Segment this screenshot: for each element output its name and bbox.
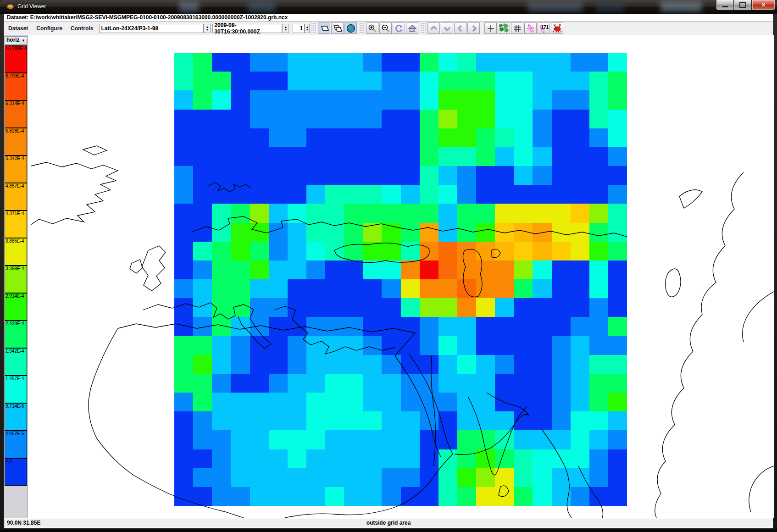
map-data-button[interactable]: date [498, 22, 510, 34]
grid-cell [382, 166, 400, 185]
grid-cell [438, 147, 457, 166]
grid-cell [212, 336, 231, 355]
pan-right-button[interactable] [467, 22, 480, 34]
grid-cell [269, 298, 288, 317]
single-panel-button[interactable] [318, 22, 330, 34]
grid-cell [457, 166, 476, 185]
menu-configure[interactable]: Configure [32, 25, 67, 32]
grid-cell [306, 374, 325, 393]
grid-cell [231, 430, 250, 449]
storm-id-button[interactable]: 171 [538, 22, 550, 34]
grid-cell [401, 298, 420, 317]
grid-cell [608, 242, 627, 260]
level-field[interactable]: 1 [293, 24, 305, 33]
grid-cell [457, 298, 476, 317]
reset-rotation-button[interactable] [393, 22, 405, 34]
grid-cell [571, 53, 589, 72]
grid-cell [438, 374, 457, 393]
grid-cell [533, 260, 551, 279]
grid-cell [514, 336, 533, 355]
coastline-path [31, 162, 118, 225]
grid-cell [363, 298, 382, 317]
grid-cell [476, 72, 495, 90]
grid-cell [325, 487, 344, 506]
grid-cell [457, 110, 476, 128]
multi-panel-button[interactable] [331, 22, 344, 34]
grid-cell [401, 204, 420, 222]
grid-cell [589, 374, 608, 393]
grid-cell [250, 355, 269, 374]
zoom-in-button[interactable] [366, 22, 378, 34]
legend-swatch: 1.942E-4 [5, 349, 27, 376]
grid-cell [589, 411, 608, 430]
grid-cell [552, 317, 571, 336]
grid-cell [608, 223, 627, 242]
grid-cell [344, 374, 363, 393]
grid-cell [174, 166, 193, 185]
grid-cell [476, 411, 495, 430]
map-viewport[interactable] [28, 35, 774, 518]
pan-down-button[interactable] [441, 22, 453, 34]
grid-cell [533, 147, 551, 166]
pan-left-button[interactable] [454, 22, 466, 34]
time-selector-field[interactable]: 2009-08-30T16:30:00.000Z [212, 24, 282, 33]
maximize-button[interactable] [734, 0, 752, 10]
grid-cell [514, 374, 533, 393]
zoom-out-button[interactable] [379, 22, 392, 34]
title-bar[interactable]: Grid Viewer ✕ [0, 0, 777, 14]
minimize-button[interactable] [716, 0, 734, 10]
grid-cell [269, 411, 288, 430]
grid-lines-button[interactable] [511, 22, 523, 34]
grid-cell [288, 336, 306, 355]
grid-cell [344, 355, 363, 374]
chevron-down-icon[interactable]: ▼ [20, 36, 27, 44]
grid-cell [306, 317, 325, 336]
grid-cell [552, 147, 571, 166]
grid-cell [325, 110, 344, 128]
status-message: outside grid area [5, 520, 772, 526]
grid-cell [401, 279, 420, 298]
bug-report-button[interactable] [551, 22, 563, 34]
grid-cell [571, 374, 589, 393]
grid-cell [552, 449, 571, 468]
grid-cell [288, 279, 306, 298]
home-view-button[interactable] [406, 22, 418, 34]
menu-dataset[interactable]: Dataset [4, 25, 32, 32]
grid-selector-field[interactable]: LatLon-24X24/P3-1-98 [99, 24, 204, 33]
grid-cell [344, 204, 363, 222]
grid-cell [533, 298, 551, 317]
grid-cell [288, 317, 306, 336]
grid-cell [457, 411, 476, 430]
legend-swatch-label: 2.428E-4 [6, 321, 24, 326]
legend-field-selector[interactable]: horiz ▼ [5, 36, 27, 44]
grid-cell [608, 110, 627, 128]
time-selector-spinner[interactable]: ▲▼ [282, 24, 289, 33]
grid-cell [608, 279, 627, 298]
legend-swatch: 5.342E-4 [5, 156, 27, 183]
grid-cell [533, 279, 551, 298]
grid-cell [269, 223, 288, 242]
grid-cell [514, 430, 533, 449]
grid-cell [212, 260, 231, 279]
grid-cell [231, 279, 250, 298]
menu-controls[interactable]: Controls [67, 25, 97, 32]
grid-selector-spinner[interactable]: ▲▼ [204, 24, 211, 33]
grid-cell [325, 223, 344, 242]
grid-cell [363, 317, 382, 336]
grid-cell [250, 260, 269, 279]
grid-cell [495, 260, 514, 279]
grid-cell [344, 185, 363, 204]
crosshair-button[interactable] [484, 22, 497, 34]
grid-cell [193, 242, 212, 260]
storm-track-button[interactable] [524, 22, 537, 34]
grid-cell [382, 374, 400, 393]
grid-cell [589, 128, 608, 147]
close-icon: ✕ [761, 2, 766, 8]
legend-swatch-label: 5.342E-4 [6, 156, 24, 161]
grid-cell [193, 336, 212, 355]
grid-cell [269, 336, 288, 355]
pan-up-button[interactable] [427, 22, 440, 34]
level-spinner[interactable]: ▲▼ [305, 24, 310, 33]
globe-view-button[interactable] [344, 22, 357, 34]
close-button[interactable]: ✕ [752, 0, 775, 10]
